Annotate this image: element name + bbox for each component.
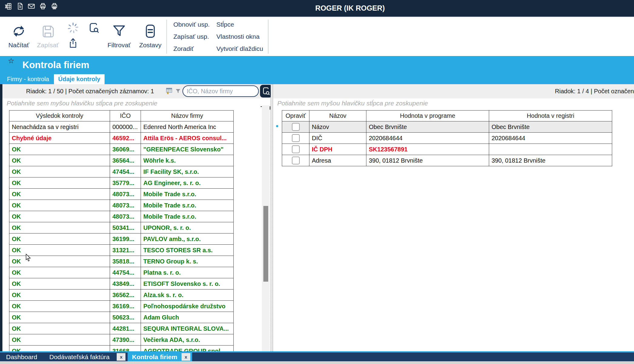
company-row[interactable]: OK44281...SEQURA INTEGRAL SLOVA... (9, 323, 234, 334)
column-header[interactable]: IČO (110, 111, 141, 121)
filter-button[interactable]: Filtrovať (104, 19, 135, 55)
result-cell[interactable]: OK (9, 222, 110, 233)
ico-cell[interactable]: 36069... (110, 144, 141, 155)
menu-item-obnovit-usp[interactable]: Obnoviť usp. (173, 20, 210, 29)
result-cell[interactable]: OK (9, 155, 110, 166)
fix-checkbox[interactable] (292, 157, 300, 164)
program-value-cell[interactable]: SK123567891 (366, 144, 489, 155)
field-name-cell[interactable]: Adresa (309, 155, 366, 166)
taskbar-item-dodavatelska-faktura[interactable]: Dodávateľská faktúra (49, 353, 110, 361)
company-name-cell[interactable]: Platna s. r. o. (141, 267, 234, 278)
program-value-cell[interactable]: 390, 01812 Brvnište (366, 155, 489, 166)
ico-cell[interactable]: 36562... (110, 290, 141, 301)
column-header[interactable]: Hodnota v programe (366, 111, 489, 121)
check-detail-row[interactable]: DIČ20206846442020684644 (282, 133, 612, 144)
ico-cell[interactable]: 31668... (110, 346, 141, 352)
scrollbar-thumb[interactable] (263, 206, 268, 282)
taskbar-item-dashboard[interactable]: Dashboard (6, 353, 37, 361)
company-name-cell[interactable]: Mobile Trade s.r.o. (141, 211, 234, 222)
company-row[interactable]: OK35779...AG Engineer, s. r. o. (9, 177, 234, 189)
favorite-star-icon[interactable]: ☆ (8, 57, 15, 65)
check-detail-row[interactable]: NázovObec BrvništeObec Brvnište (282, 121, 612, 133)
result-cell[interactable]: OK (9, 200, 110, 211)
company-row[interactable]: OK43849...ETISOFT Slovensko s. r. o. (9, 278, 234, 290)
reports-button[interactable]: Zostavy (136, 19, 165, 55)
company-row[interactable]: OK36564...Wöhrle k.s. (9, 155, 234, 166)
ico-cell[interactable]: 48073... (110, 200, 141, 211)
result-cell[interactable]: OK (9, 233, 110, 245)
result-cell[interactable]: OK (9, 211, 110, 222)
ico-cell[interactable]: 43849... (110, 278, 141, 290)
fix-checkbox[interactable] (292, 123, 300, 131)
result-cell[interactable]: OK (9, 278, 110, 290)
document-icon[interactable] (16, 2, 24, 10)
share-icon[interactable] (67, 37, 79, 51)
company-name-cell[interactable]: UPONOR, s. r. o. (141, 222, 234, 233)
company-name-cell[interactable]: AG Engineer, s. r. o. (141, 177, 234, 189)
ico-cell[interactable]: 50341... (110, 222, 141, 233)
result-cell[interactable]: OK (9, 144, 110, 155)
company-row[interactable]: OK50341...UPONOR, s. r. o. (9, 222, 234, 233)
company-name-cell[interactable]: SEQURA INTEGRAL SLOVA... (141, 323, 234, 334)
registry-value-cell[interactable] (489, 144, 612, 155)
company-row[interactable]: OK48073...Mobile Trade s.r.o. (9, 200, 234, 211)
menu-item-zoradit[interactable]: Zoradiť (173, 45, 210, 53)
menu-item-vytvorit-dlazdicu[interactable]: Vytvoriť dlaždicu (216, 45, 263, 53)
company-row[interactable]: OK50623...Adam Gluch (9, 312, 234, 323)
print-icon[interactable] (39, 2, 47, 10)
result-cell[interactable]: OK (9, 334, 110, 346)
load-button[interactable]: Načítať (4, 19, 33, 55)
menu-item-stlpce[interactable]: Stĺpce (216, 20, 263, 29)
result-cell[interactable]: OK (9, 189, 110, 200)
company-row[interactable]: OK36562...Alza.sk s. r. o. (9, 290, 234, 301)
column-header[interactable]: Opraviť (282, 111, 309, 121)
ico-cell[interactable]: 48073... (110, 211, 141, 222)
taskbar-item-kontrola-firiem[interactable]: Kontrola firiem x (128, 352, 192, 361)
company-row[interactable]: OK47454...IF Facility SK, s.r.o. (9, 166, 234, 177)
company-name-cell[interactable]: TESCO STORES SR a.s. (141, 245, 234, 256)
excel-export-icon[interactable] (4, 2, 12, 10)
email-icon[interactable] (27, 2, 35, 10)
ico-cell[interactable]: 36169... (110, 301, 141, 312)
company-name-cell[interactable]: Edenred North America Inc (141, 121, 234, 133)
result-cell[interactable]: OK (9, 177, 110, 189)
company-row[interactable]: OK47390...Večierka ADA, s.r.o. (9, 334, 234, 346)
close-tab-button[interactable]: x (182, 353, 190, 361)
program-value-cell[interactable]: 2020684644 (366, 133, 489, 144)
fix-checkbox-cell[interactable] (282, 144, 309, 155)
result-cell[interactable]: OK (9, 290, 110, 301)
result-cell[interactable]: Chybné údaje (9, 133, 110, 144)
result-cell[interactable]: OK (9, 301, 110, 312)
field-name-cell[interactable]: Názov (309, 121, 366, 133)
check-detail-row[interactable]: IČ DPHSK123567891 (282, 144, 612, 155)
result-cell[interactable]: OK (9, 346, 110, 352)
ico-cell[interactable]: 46592... (110, 133, 141, 144)
tab-firmy-kontrola[interactable]: Firmy - kontrola (3, 74, 53, 84)
search-button[interactable] (260, 85, 272, 98)
result-cell[interactable]: OK (9, 256, 110, 267)
field-name-cell[interactable]: DIČ (309, 133, 366, 144)
ico-cell[interactable]: 35818... (110, 256, 141, 267)
company-name-cell[interactable]: Poľnohospodárske družstvo (141, 301, 234, 312)
ico-cell[interactable]: 47454... (110, 166, 141, 177)
save-button[interactable]: Zapísať (34, 19, 62, 55)
fix-checkbox[interactable] (292, 134, 300, 142)
ico-cell[interactable]: 35779... (110, 177, 141, 189)
ico-cell[interactable]: 48073... (110, 189, 141, 200)
company-row[interactable]: OK48073...Mobile Trade s.r.o. (9, 211, 234, 222)
result-cell[interactable]: OK (9, 267, 110, 278)
program-value-cell[interactable]: Obec Brvnište (366, 121, 489, 133)
result-cell[interactable]: OK (9, 245, 110, 256)
grid-warning-icon[interactable] (165, 87, 173, 96)
company-row[interactable]: OK48073...Mobile Trade s.r.o. (9, 189, 234, 200)
search-input[interactable] (182, 85, 259, 97)
column-header[interactable]: Výsledok kontroly (9, 111, 110, 121)
result-cell[interactable]: OK (9, 323, 110, 334)
company-row[interactable]: OK36199...PAVLOV amb., s.r.o. (9, 233, 234, 245)
fix-checkbox[interactable] (292, 145, 300, 153)
panel-splitter[interactable] (271, 84, 273, 351)
registry-value-cell[interactable]: 2020684644 (489, 133, 612, 144)
fix-checkbox-cell[interactable] (282, 133, 309, 144)
menu-item-zapisat-usp[interactable]: Zapísať usp. (173, 32, 210, 41)
company-name-cell[interactable]: Mobile Trade s.r.o. (141, 200, 234, 211)
